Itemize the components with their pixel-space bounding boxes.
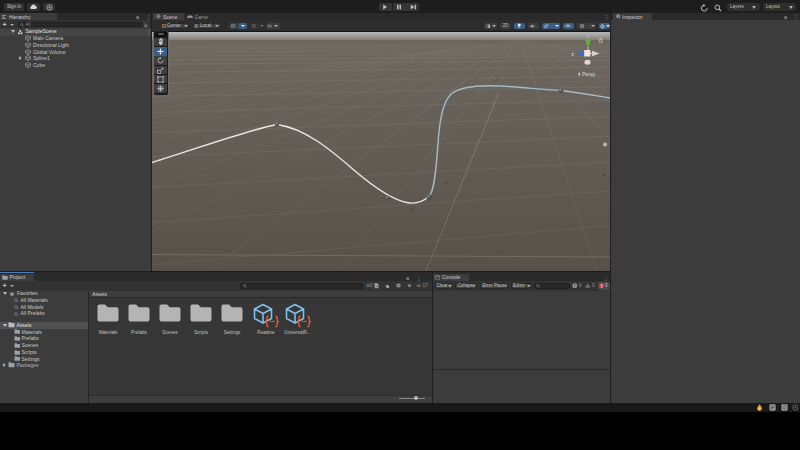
svg-text:Y: Y — [586, 34, 590, 40]
svg-text:z: z — [572, 52, 575, 57]
